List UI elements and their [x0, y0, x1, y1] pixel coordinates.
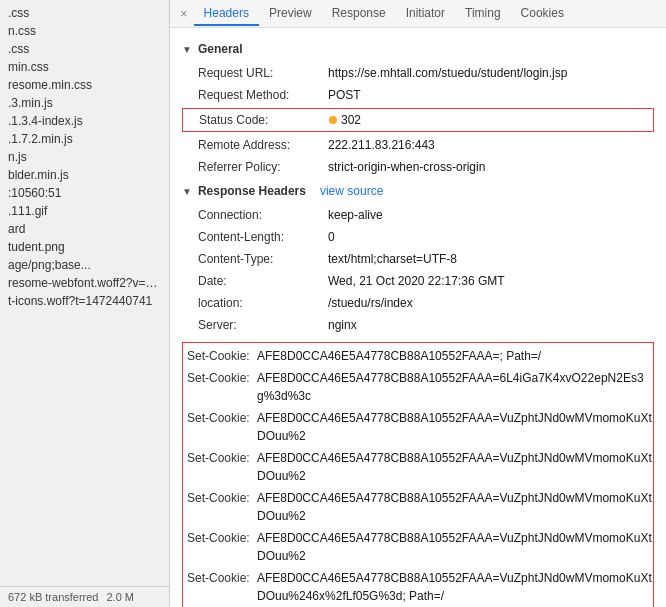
file-list-item[interactable]: .1.7.2.min.js: [0, 130, 169, 148]
set-cookie-row: Set-Cookie:AFE8D0CCA46E5A4778CB88A10552F…: [183, 367, 653, 407]
set-cookie-value: AFE8D0CCA46E5A4778CB88A10552FAAA=VuZphtJ…: [257, 529, 653, 565]
file-list[interactable]: .cssn.css.cssmin.cssresome.min.css.3.min…: [0, 0, 169, 586]
file-list-item[interactable]: n.css: [0, 22, 169, 40]
set-cookie-key: Set-Cookie:: [187, 409, 257, 445]
set-cookie-row: Set-Cookie:AFE8D0CCA46E5A4778CB88A10552F…: [183, 527, 653, 567]
status-code-value: 302: [341, 111, 361, 129]
tab-preview[interactable]: Preview: [259, 2, 322, 26]
file-list-item[interactable]: resome.min.css: [0, 76, 169, 94]
general-section-header: ▼ General: [182, 42, 654, 56]
response-header-key: Content-Length:: [198, 228, 328, 246]
referrer-policy-key: Referrer Policy:: [198, 158, 328, 176]
file-list-item[interactable]: blder.min.js: [0, 166, 169, 184]
set-cookie-key: Set-Cookie:: [187, 449, 257, 485]
set-cookie-value: AFE8D0CCA46E5A4778CB88A10552FAAA=6L4iGa7…: [257, 369, 653, 405]
request-method-row: Request Method: POST: [182, 84, 654, 106]
file-list-item[interactable]: age/png;base...: [0, 256, 169, 274]
set-cookie-value: AFE8D0CCA46E5A4778CB88A10552FAAA=VuZphtJ…: [257, 449, 653, 485]
general-label: General: [198, 42, 243, 56]
referrer-policy-row: Referrer Policy: strict-origin-when-cros…: [182, 156, 654, 178]
file-list-item[interactable]: tudent.png: [0, 238, 169, 256]
response-header-value: keep-alive: [328, 206, 383, 224]
referrer-policy-value: strict-origin-when-cross-origin: [328, 158, 485, 176]
transfer-size: 672 kB transferred: [8, 591, 99, 603]
file-list-item[interactable]: .3.min.js: [0, 94, 169, 112]
set-cookie-key: Set-Cookie:: [187, 347, 257, 365]
request-method-key: Request Method:: [198, 86, 328, 104]
response-header-row: Connection:keep-alive: [182, 204, 654, 226]
left-panel: .cssn.css.cssmin.cssresome.min.css.3.min…: [0, 0, 170, 607]
response-header-value: /stuedu/rs/index: [328, 294, 413, 312]
response-header-key: Server:: [198, 316, 328, 334]
response-header-row: Date:Wed, 21 Oct 2020 22:17:36 GMT: [182, 270, 654, 292]
file-list-item[interactable]: min.css: [0, 58, 169, 76]
triangle-icon-2: ▼: [182, 186, 192, 197]
tab-cookies[interactable]: Cookies: [511, 2, 574, 26]
response-header-key: Date:: [198, 272, 328, 290]
status-code-key: Status Code:: [199, 111, 329, 129]
response-header-row: Content-Length:0: [182, 226, 654, 248]
tab-initiator[interactable]: Initiator: [396, 2, 455, 26]
view-source-link[interactable]: view source: [320, 184, 383, 198]
response-header-key: location:: [198, 294, 328, 312]
set-cookie-value: AFE8D0CCA46E5A4778CB88A10552FAAA=; Path=…: [257, 347, 541, 365]
set-cookie-key: Set-Cookie:: [187, 489, 257, 525]
request-url-value: https://se.mhtall.com/stuedu/student/log…: [328, 64, 567, 82]
response-header-row: location:/stuedu/rs/index: [182, 292, 654, 314]
response-header-row: Content-Type:text/html;charset=UTF-8: [182, 248, 654, 270]
response-headers-label: Response Headers: [198, 184, 306, 198]
set-cookie-row: Set-Cookie:AFE8D0CCA46E5A4778CB88A10552F…: [183, 487, 653, 527]
set-cookie-key: Set-Cookie:: [187, 529, 257, 565]
request-method-value: POST: [328, 86, 361, 104]
file-list-item[interactable]: t-icons.woff?t=1472440741: [0, 292, 169, 310]
set-cookie-key: Set-Cookie:: [187, 569, 257, 605]
request-url-row: Request URL: https://se.mhtall.com/stued…: [182, 62, 654, 84]
file-list-item[interactable]: ard: [0, 220, 169, 238]
set-cookie-row: Set-Cookie:AFE8D0CCA46E5A4778CB88A10552F…: [183, 447, 653, 487]
file-list-item[interactable]: .css: [0, 40, 169, 58]
tab-response[interactable]: Response: [322, 2, 396, 26]
file-list-item[interactable]: resome-webfont.woff2?v=4.7.: [0, 274, 169, 292]
remote-address-value: 222.211.83.216:443: [328, 136, 435, 154]
response-header-key: Connection:: [198, 206, 328, 224]
response-header-value: text/html;charset=UTF-8: [328, 250, 457, 268]
tab-headers[interactable]: Headers: [194, 2, 259, 26]
set-cookie-row: Set-Cookie:AFE8D0CCA46E5A4778CB88A10552F…: [183, 407, 653, 447]
request-url-key: Request URL:: [198, 64, 328, 82]
remote-address-key: Remote Address:: [198, 136, 328, 154]
status-code-row: Status Code: 302: [182, 108, 654, 132]
response-header-value: Wed, 21 Oct 2020 22:17:36 GMT: [328, 272, 505, 290]
response-header-key: Content-Type:: [198, 250, 328, 268]
file-list-item[interactable]: .111.gif: [0, 202, 169, 220]
tab-timing[interactable]: Timing: [455, 2, 511, 26]
remote-address-row: Remote Address: 222.211.83.216:443: [182, 134, 654, 156]
file-list-item[interactable]: .1.3.4-index.js: [0, 112, 169, 130]
set-cookie-value: AFE8D0CCA46E5A4778CB88A10552FAAA=VuZphtJ…: [257, 409, 653, 445]
tabs-bar: × HeadersPreviewResponseInitiatorTimingC…: [170, 0, 666, 28]
response-headers-section-header: ▼ Response Headers view source: [182, 184, 654, 198]
triangle-icon: ▼: [182, 44, 192, 55]
content-area: ▼ General Request URL: https://se.mhtall…: [170, 28, 666, 607]
file-list-item[interactable]: .css: [0, 4, 169, 22]
set-cookie-row: Set-Cookie:AFE8D0CCA46E5A4778CB88A10552F…: [183, 345, 653, 367]
file-list-item[interactable]: :10560:51: [0, 184, 169, 202]
set-cookie-value: AFE8D0CCA46E5A4778CB88A10552FAAA=VuZphtJ…: [257, 569, 653, 605]
right-panel: × HeadersPreviewResponseInitiatorTimingC…: [170, 0, 666, 607]
set-cookie-row: Set-Cookie:AFE8D0CCA46E5A4778CB88A10552F…: [183, 567, 653, 607]
total-size: 2.0 M: [107, 591, 135, 603]
file-list-item[interactable]: n.js: [0, 148, 169, 166]
status-bar: 672 kB transferred 2.0 M: [0, 586, 169, 607]
response-header-row: Server:nginx: [182, 314, 654, 336]
response-header-value: 0: [328, 228, 335, 246]
set-cookie-value: AFE8D0CCA46E5A4778CB88A10552FAAA=VuZphtJ…: [257, 489, 653, 525]
set-cookie-key: Set-Cookie:: [187, 369, 257, 405]
response-header-value: nginx: [328, 316, 357, 334]
set-cookie-box: Set-Cookie:AFE8D0CCA46E5A4778CB88A10552F…: [182, 342, 654, 607]
status-dot-icon: [329, 116, 337, 124]
close-tab-button[interactable]: ×: [174, 6, 194, 21]
